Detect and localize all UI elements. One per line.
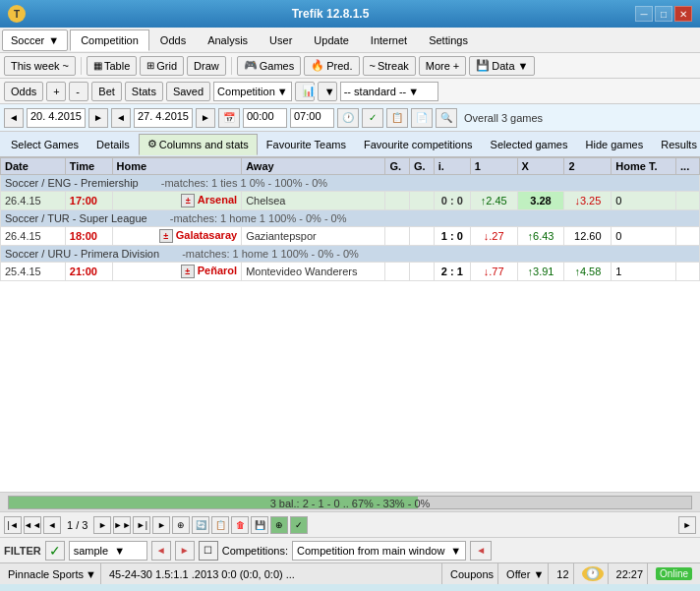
calendar-button[interactable]: 📅 [218,108,240,128]
nav-delete-btn[interactable]: 🗑 [231,516,249,534]
league-row-tur: Soccer / TUR - Super League -matches: 1 … [1,210,700,227]
expand-button[interactable]: ± [159,229,173,243]
match-away: Chelsea [242,192,385,210]
prev-end-date-button[interactable]: ◄ [111,108,131,128]
end-time-input[interactable]: 07:00 [290,108,334,128]
standard-dropdown[interactable]: -- standard -- ▼ [340,82,438,101]
tab-results[interactable]: Results o [652,134,700,155]
bet-button[interactable]: Bet [91,82,122,101]
tab-internet[interactable]: Internet [360,30,418,51]
more-button[interactable]: More + [419,56,467,76]
scroll-right-btn[interactable]: ► [678,516,696,534]
filter-bar: FILTER ✓ sample ▼ ◄ ► ☐ Competitions: Co… [0,537,700,562]
pred-icon: 🔥 [311,59,324,72]
tab-details[interactable]: Details [88,134,139,155]
maximize-button[interactable]: □ [655,6,672,22]
tab-hide-games[interactable]: Hide games [577,134,653,155]
data-button[interactable]: 💾 Data ▼ [469,56,535,76]
saved-button[interactable]: Saved [166,82,210,101]
last-page-button[interactable]: ►| [133,516,150,534]
date-bar: ◄ 20. 4.2015 ► ◄ 27. 4.2015 ► 📅 00:00 07… [0,104,700,132]
table-button[interactable]: ▦ Table [87,56,137,76]
minus-button[interactable]: - [69,82,88,101]
tab-favourite-teams[interactable]: Favourite Teams [258,134,355,155]
tab-analysis[interactable]: Analysis [197,30,259,51]
filter-button[interactable]: ▼ [318,82,337,101]
sample-input[interactable]: sample ▼ [69,541,147,561]
grid-button[interactable]: ⊞ Grid [140,56,184,76]
empty-area [0,281,700,492]
next-page-button[interactable]: ►► [113,516,131,534]
clock-button[interactable]: 🕐 [337,108,359,128]
filter-red-arrow[interactable]: ◄ [470,541,492,561]
pred-button[interactable]: 🔥 Pred. [304,56,359,76]
nav-extra-6[interactable]: ⊕ [270,516,288,534]
clock-segment: 🕐 [578,563,609,584]
nav-extra-4[interactable]: 📋 [211,516,229,534]
start-date-input[interactable]: 20. 4.2015 [27,108,86,128]
nav-extra-3[interactable]: 🔄 [192,516,209,534]
streak-button[interactable]: ~ Streak [363,56,416,76]
nav-extra-5[interactable]: 💾 [251,516,268,534]
expand-button[interactable]: ± [181,194,195,207]
copy-button[interactable]: 📋 [386,108,408,128]
first-page-button[interactable]: |◄ [4,516,22,534]
competition-from-window-dropdown[interactable]: Competition from main window ▼ [292,541,466,561]
expand-button[interactable]: ± [181,265,195,278]
prev-date-button[interactable]: ◄ [4,108,24,128]
end-date-input[interactable]: 27. 4.2015 [134,108,193,128]
filter-checkbox[interactable]: ☐ [199,541,218,561]
filter-right-arrow[interactable]: ► [175,541,195,561]
table-row: 26.4.15 17:00 ± Arsenal Chelsea 0 : 0 ↑2… [1,192,700,210]
match-date: 26.4.15 [1,192,66,210]
this-week-button[interactable]: This week ~ [4,56,76,76]
filter-left-arrow[interactable]: ◄ [151,541,171,561]
search-button[interactable]: 🔍 [436,108,457,128]
refresh-button[interactable]: ✓ [362,108,383,128]
next-button[interactable]: ► [93,516,111,534]
soccer-dropdown[interactable]: Soccer ▼ [2,30,68,51]
tab-settings[interactable]: Settings [418,30,479,51]
filter-check-button[interactable]: ✓ [45,541,65,561]
tab-competition[interactable]: Competition [70,30,149,51]
odds-button[interactable]: Odds [4,82,43,101]
competitions-label: Competitions: [222,545,288,557]
nav-extra-1[interactable]: ► [152,516,170,534]
match-g1 [385,227,410,246]
games-button[interactable]: 🎮 Games [237,56,301,76]
next-start-date-button[interactable]: ► [88,108,108,128]
tab-odds[interactable]: Odds [149,30,197,51]
league-row-eng: Soccer / ENG - Premiership -matches: 1 t… [1,175,700,192]
tab-favourite-competitions[interactable]: Favourite competitions [355,134,482,155]
tab-selected-games[interactable]: Selected games [482,134,577,155]
table-icon: ▦ [93,60,102,71]
match-g1 [385,192,410,210]
tab-select-games[interactable]: Select Games [2,134,88,155]
nav-extra-2[interactable]: ⊕ [172,516,190,534]
progress-bar-bg: 3 bal.: 2 - 1 - 0 .. 67% - 33% - 0% [8,496,692,509]
competition-dropdown[interactable]: Competition ▼ [213,82,292,101]
tab-update[interactable]: Update [303,30,359,51]
start-time-input[interactable]: 00:00 [243,108,287,128]
match-score: 0 : 0 [434,192,470,210]
close-button[interactable]: ✕ [674,6,692,22]
prev-button[interactable]: ◄ [43,516,61,534]
chart-button[interactable]: 📊 [295,82,315,101]
matches-table: Date Time Home Away G. G. i. 1 X 2 Home … [0,157,700,281]
main-content: Date Time Home Away G. G. i. 1 X 2 Home … [0,157,700,492]
next-end-date-button[interactable]: ► [196,108,215,128]
minimize-button[interactable]: ─ [635,6,653,22]
offer-segment[interactable]: Offer ▼ [502,563,549,584]
status-bar: Pinnacle Sports ▼ 45-24-30 1.5:1.1 .2013… [0,562,700,584]
paste-button[interactable]: 📄 [411,108,433,128]
app-icon: T [8,5,26,23]
nav-extra-7[interactable]: ✓ [290,516,308,534]
plus-button[interactable]: + [46,82,66,101]
clock-icon: 🕐 [582,566,604,581]
stats-button[interactable]: Stats [125,82,163,101]
prev-page-button[interactable]: ◄◄ [24,516,41,534]
tab-columns-stats[interactable]: ⚙ Columns and stats [139,134,258,155]
tab-user[interactable]: User [259,30,303,51]
draw-button[interactable]: Draw [187,56,226,76]
match-date: 25.4.15 [1,263,66,281]
